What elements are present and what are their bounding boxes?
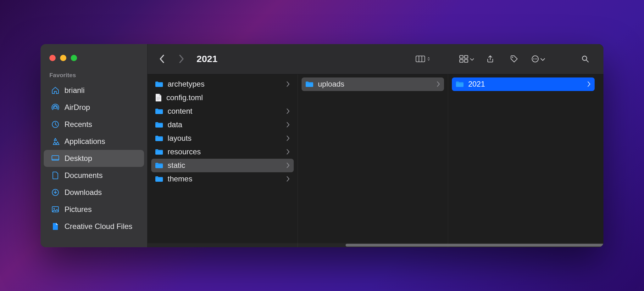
chevron-right-icon [286,163,290,168]
item-label: uploads [318,80,344,88]
sidebar-item-label: Applications [64,137,105,146]
sidebar-item-label: Desktop [64,154,92,163]
finder-window: Favorites brianli AirDrop Recents Applic… [41,44,603,247]
search-button[interactable] [578,51,593,66]
chevron-right-icon [286,108,290,114]
item-label: content [168,107,192,116]
airdrop-icon [51,103,59,111]
list-item[interactable]: themes [151,172,294,186]
chevron-down-icon [541,57,545,61]
list-item[interactable]: data [151,118,294,132]
list-item[interactable]: config.toml [151,91,294,105]
chevron-right-icon [587,81,591,87]
sidebar-item-desktop[interactable]: Desktop [44,150,144,167]
clock-icon [51,120,59,128]
item-label: config.toml [166,93,203,102]
list-item[interactable]: 2021 [452,77,595,91]
sidebar-item-label: Documents [64,171,103,180]
sidebar: Favorites brianli AirDrop Recents Applic… [41,44,147,247]
column-1[interactable]: uploads [298,74,448,247]
back-button[interactable] [154,51,169,66]
sidebar-item-label: Downloads [64,188,102,197]
item-label: archetypes [168,80,204,88]
list-item[interactable]: layouts [151,132,294,145]
folder-icon [155,121,163,128]
minimize-window-button[interactable] [60,55,66,61]
column-2[interactable]: 2021 [448,74,598,247]
sidebar-item-applications[interactable]: Applications [44,133,144,150]
sidebar-item-label: AirDrop [64,103,90,112]
sidebar-item-documents[interactable]: Documents [44,167,144,184]
item-label: themes [168,174,192,183]
document-icon [51,171,59,180]
list-item[interactable]: uploads [302,77,444,91]
folder-icon [155,148,163,155]
toolbar: 2021 [147,44,603,74]
window-controls [41,53,147,71]
chevron-right-icon [286,81,290,87]
file-icon [155,94,162,102]
sidebar-item-home[interactable]: brianli [44,82,144,99]
folder-icon [155,81,163,88]
item-label: resources [168,147,201,156]
horizontal-scrollbar[interactable] [147,243,603,247]
folder-icon [456,81,464,88]
close-window-button[interactable] [49,55,56,61]
forward-button[interactable] [174,51,189,66]
list-item[interactable]: archetypes [151,77,294,91]
item-label: layouts [168,134,192,143]
desktop-icon [51,154,59,163]
sidebar-item-downloads[interactable]: Downloads [44,184,144,201]
share-button[interactable] [483,51,498,66]
sidebar-item-label: Creative Cloud Files [64,222,132,231]
updown-icon [427,57,430,61]
main-area: 2021 [147,44,603,247]
scrollbar-thumb[interactable] [346,244,603,247]
ccfile-icon [51,222,59,231]
sidebar-item-recents[interactable]: Recents [44,116,144,133]
sidebar-item-airdrop[interactable]: AirDrop [44,99,144,116]
group-by-button[interactable] [459,51,474,66]
sidebar-heading-favorites: Favorites [41,71,147,82]
actions-button[interactable] [530,51,546,66]
item-label: static [168,161,185,170]
sidebar-item-label: brianli [64,86,85,95]
chevron-right-icon [286,149,290,155]
column-browser: archetypes config.toml content data [147,74,603,247]
picture-icon [51,205,59,214]
list-item[interactable]: resources [151,145,294,159]
view-mode-button[interactable] [415,51,430,66]
folder-icon [155,175,163,182]
list-item[interactable]: static [151,159,294,172]
item-label: 2021 [468,80,485,88]
chevron-down-icon [470,57,474,61]
chevron-right-icon [286,176,290,182]
list-item[interactable]: content [151,105,294,118]
sidebar-item-label: Recents [64,120,92,129]
chevron-right-icon [436,81,440,87]
folder-icon [155,108,163,115]
folder-icon [155,162,163,169]
folder-icon [305,81,314,88]
apps-icon [51,137,59,146]
item-label: data [168,120,182,129]
sidebar-item-label: Pictures [64,205,92,214]
folder-icon [155,135,163,142]
toolbar-right-group [415,51,593,66]
column-0[interactable]: archetypes config.toml content data [147,74,298,247]
zoom-window-button[interactable] [71,55,77,61]
chevron-right-icon [286,122,290,128]
home-icon [51,86,59,94]
location-title: 2021 [197,54,218,64]
tags-button[interactable] [507,51,522,66]
chevron-right-icon [286,135,290,141]
download-icon [51,188,59,197]
sidebar-item-creative-cloud[interactable]: Creative Cloud Files [44,218,144,235]
sidebar-item-pictures[interactable]: Pictures [44,201,144,218]
